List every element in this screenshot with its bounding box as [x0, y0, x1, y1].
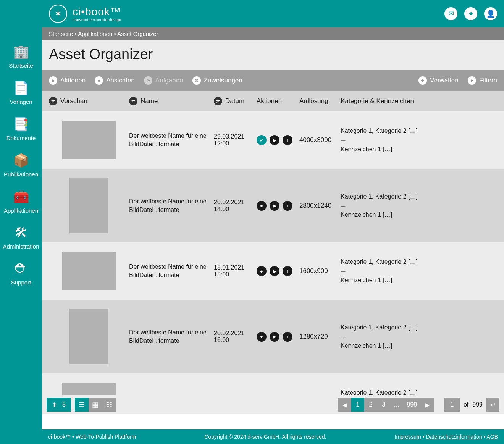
dot-icon[interactable]: ● [257, 332, 267, 342]
play-icon[interactable]: ▶ [270, 266, 279, 276]
dot-icon[interactable]: ● [257, 266, 267, 276]
toolbar-zuweisungen[interactable]: ⊕Zuweisungen [192, 76, 242, 85]
sidebar-item-label: Vorlagen [10, 98, 32, 105]
dot-icon[interactable]: ● [257, 201, 267, 211]
pager: ⬆5 ☰ ▦ ☷ ◀ 1 2 3 … 999 ▶ 1 of 999 ↵ [42, 395, 504, 414]
info-icon[interactable]: i [283, 135, 292, 145]
play-icon[interactable]: ▶ [270, 135, 279, 145]
sidebar-item-vorlagen[interactable]: 📄Vorlagen [10, 80, 32, 105]
brand-title: ci•book™ [73, 6, 121, 18]
col-date[interactable]: ⇄Datum [214, 97, 257, 105]
user-icon[interactable]: 👤 [484, 7, 497, 20]
info-icon[interactable]: i [283, 201, 292, 211]
table-row[interactable]: Der weltbeste Name für eine BildDatei . … [42, 373, 504, 395]
breadcrumb-item[interactable]: Startseite [49, 31, 73, 37]
sidebar-item-support[interactable]: ⛑Support [11, 261, 31, 286]
page-2[interactable]: 2 [364, 398, 377, 412]
thumbnail[interactable] [69, 178, 108, 233]
check-icon[interactable]: ✓ [257, 135, 267, 145]
template-icon: 📄 [13, 80, 29, 95]
cell-category: Kategorie 1, Kategorie 2 […]---Kennzeich… [341, 388, 497, 395]
brand-subtitle: constant corporate design [73, 18, 121, 22]
logo[interactable]: ✶ ci•book™ constant corporate design [49, 5, 121, 23]
selection-count[interactable]: ⬆5 [47, 398, 71, 412]
cell-name: Der weltbeste Name für eine BildDatei . … [129, 132, 214, 148]
play-icon[interactable]: ▶ [270, 332, 279, 342]
table-row[interactable]: Der weltbeste Name für eine BildDatei . … [42, 111, 504, 169]
table-row[interactable]: Der weltbeste Name für eine BildDatei . … [42, 300, 504, 373]
thumbnail[interactable] [62, 252, 116, 290]
document-icon: 📑 [13, 116, 29, 132]
compass-icon[interactable]: ✦ [464, 7, 477, 20]
thumbnail[interactable] [62, 383, 116, 395]
sidebar-item-startseite[interactable]: 🏢Startseite [9, 44, 33, 69]
info-icon[interactable]: i [283, 332, 292, 342]
table-body: Der weltbeste Name für eine BildDatei . … [42, 111, 504, 395]
sidebar-item-administration[interactable]: 🛠Administration [3, 225, 39, 250]
toolbar-aktionen[interactable]: ▶Aktionen [49, 76, 86, 85]
toolbar-ansichten[interactable]: ●Ansichten [95, 76, 135, 85]
toolbar-filtern[interactable]: ➤Filtern [468, 76, 497, 85]
cell-category: Kategorie 1, Kategorie 2 […]---Kennzeich… [341, 323, 497, 350]
building-icon: 🏢 [13, 44, 29, 59]
info-icon[interactable]: i [283, 266, 292, 276]
sidebar-item-label: Support [11, 279, 31, 286]
cell-category: Kategorie 1, Kategorie 2 […]---Kennzeich… [341, 257, 497, 285]
toolbar: ▶Aktionen ●Ansichten ⊘Aufgaben ⊕Zuweisun… [42, 70, 504, 91]
footer-link-impressum[interactable]: Impressum [395, 434, 421, 440]
sidebar-item-label: Dokumente [6, 135, 36, 141]
page-1[interactable]: 1 [351, 398, 364, 412]
table-header: ⇄Vorschau ⇄Name ⇄Datum Aktionen Auflösun… [42, 91, 504, 111]
thumbnail[interactable] [62, 121, 116, 159]
sort-icon: ⇄ [214, 97, 222, 105]
sidebar-item-label: Applikationen [4, 207, 38, 214]
view-list[interactable]: ☰ [75, 398, 89, 412]
dot-icon: ● [95, 76, 103, 85]
footer-link-datenschutz[interactable]: Datenschutzinformation [426, 434, 482, 440]
sidebar-item-applikationen[interactable]: 🧰Applikationen [4, 189, 38, 214]
sidebar-item-publikationen[interactable]: 📦Publikationen [4, 153, 38, 178]
cell-name: Der weltbeste Name für eine BildDatei . … [129, 263, 214, 279]
support-icon: ⛑ [15, 261, 27, 276]
thumbnail[interactable] [69, 309, 108, 364]
filter-icon: ➤ [468, 76, 476, 85]
toolbox-icon: 🧰 [13, 189, 29, 204]
toolbar-aufgaben: ⊘Aufgaben [144, 76, 183, 85]
cell-name: Der weltbeste Name für eine BildDatei . … [129, 197, 214, 214]
page-3[interactable]: 3 [377, 398, 390, 412]
page-last[interactable]: 999 [403, 398, 421, 412]
cell-category: Kategorie 1, Kategorie 2 […]---Kennzeich… [341, 192, 497, 220]
col-actions: Aktionen [257, 97, 299, 105]
sidebar: 🏢Startseite 📄Vorlagen 📑Dokumente 📦Publik… [0, 0, 42, 444]
view-compact[interactable]: ☷ [102, 398, 116, 412]
page-go[interactable]: ↵ [486, 398, 499, 412]
sort-icon: ⇄ [49, 97, 57, 105]
page-current[interactable]: 1 [444, 398, 460, 412]
mail-icon[interactable]: ✉ [444, 7, 457, 20]
cell-actions: ●▶i [257, 201, 299, 211]
breadcrumb-item[interactable]: Asset Organizer [117, 31, 158, 37]
table-row[interactable]: Der weltbeste Name für eine BildDatei . … [42, 169, 504, 242]
play-icon[interactable]: ▶ [270, 201, 279, 211]
footer-link-agb[interactable]: AGB [486, 434, 498, 440]
col-preview[interactable]: ⇄Vorschau [49, 97, 129, 105]
manage-icon: ✈ [418, 76, 427, 85]
view-switcher: ☰ ▦ ☷ [75, 398, 116, 412]
sidebar-item-dokumente[interactable]: 📑Dokumente [6, 116, 36, 141]
cell-actions: ✓▶i [257, 135, 299, 145]
table-row[interactable]: Der weltbeste Name für eine BildDatei . … [42, 242, 504, 300]
col-resolution: Auflösung [299, 97, 341, 105]
page-title: Asset Organizer [42, 40, 504, 70]
breadcrumb-item[interactable]: Applikationen [78, 31, 112, 37]
toolbar-verwalten[interactable]: ✈Verwalten [418, 76, 459, 85]
play-icon: ▶ [49, 76, 57, 85]
cell-actions: ●▶i [257, 266, 299, 276]
page-next[interactable]: ▶ [421, 398, 434, 412]
view-grid[interactable]: ▦ [89, 398, 102, 412]
page-prev[interactable]: ◀ [338, 398, 351, 412]
col-name[interactable]: ⇄Name [129, 97, 214, 105]
footer-center: Copyright © 2024 d-serv GmbH. All rights… [136, 434, 394, 440]
cell-resolution: 4000x3000 [299, 136, 341, 144]
cell-date: 29.03.202112:00 [214, 133, 257, 147]
topbar: ✶ ci•book™ constant corporate design ✉ ✦… [42, 0, 504, 27]
